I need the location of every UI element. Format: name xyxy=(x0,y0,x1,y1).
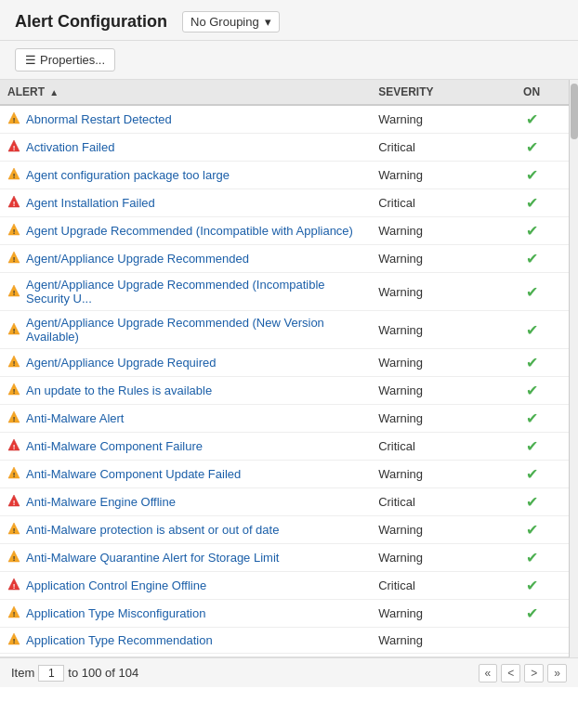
alert-cell: !An update to the Rules is available xyxy=(0,377,371,405)
checkmark-icon: ✔ xyxy=(502,493,561,511)
checkmark-icon: ✔ xyxy=(502,382,561,399)
page-number-input[interactable]: 1 xyxy=(38,665,64,682)
checkmark-icon: ✔ xyxy=(502,354,561,371)
severity-cell: Critical xyxy=(371,654,494,658)
alert-cell: !Azure AD Application Need Renew xyxy=(0,654,371,658)
svg-text:!: ! xyxy=(13,554,16,563)
last-page-button[interactable]: » xyxy=(547,664,567,682)
first-page-button[interactable]: « xyxy=(479,664,498,682)
on-cell: ✔ xyxy=(494,134,569,162)
table-row: !Anti-Malware Quarantine Alert for Stora… xyxy=(0,544,569,572)
alert-name[interactable]: Application Type Misconfiguration xyxy=(26,606,205,620)
checkmark-icon: ✔ xyxy=(502,138,561,156)
alert-name[interactable]: Anti-Malware Quarantine Alert for Storag… xyxy=(26,551,279,565)
on-cell: ✔ xyxy=(494,572,569,600)
checkmark-icon: ✔ xyxy=(502,194,561,212)
alert-name[interactable]: Agent configuration package too large xyxy=(26,168,230,182)
alert-name[interactable]: Agent/Appliance Upgrade Required xyxy=(26,356,217,370)
alert-cell: !Agent/Appliance Upgrade Recommended (Ne… xyxy=(0,311,371,349)
checkmark-icon: ✔ xyxy=(502,222,561,240)
alert-cell: !Anti-Malware Engine Offline xyxy=(0,488,371,516)
warning-yellow-icon: ! xyxy=(7,251,20,266)
checkmark-icon: ✔ xyxy=(502,604,561,622)
warning-yellow-icon: ! xyxy=(7,605,20,621)
footer: Item 1 to 100 of 104 « < > » xyxy=(0,657,578,687)
scrollbar-thumb[interactable] xyxy=(571,84,578,139)
on-cell: ✔ xyxy=(494,189,569,217)
alert-name[interactable]: Agent Installation Failed xyxy=(26,196,155,210)
toolbar: ☰ Properties... xyxy=(0,41,578,80)
on-cell: ✔ xyxy=(494,105,569,134)
alert-name[interactable]: Agent Upgrade Recommended (Incompatible … xyxy=(26,224,353,238)
severity-cell: Warning xyxy=(371,461,494,488)
severity-cell: Warning xyxy=(371,628,494,654)
alert-name[interactable]: Application Control Engine Offline xyxy=(26,578,206,592)
on-cell: ✔ xyxy=(494,516,569,544)
item-label: Item xyxy=(11,666,34,680)
sort-arrow-icon: ▲ xyxy=(49,87,59,98)
alert-name[interactable]: Activation Failed xyxy=(26,140,114,154)
svg-text:!: ! xyxy=(13,499,16,507)
severity-cell: Warning xyxy=(371,349,494,377)
table-row: !Abnormal Restart DetectedWarning✔ xyxy=(0,105,569,134)
warning-red-icon: ! xyxy=(7,494,20,510)
alert-cell: !Agent configuration package too large xyxy=(0,162,371,189)
table-row: !Anti-Malware Component FailureCritical✔ xyxy=(0,433,569,461)
svg-text:!: ! xyxy=(13,582,16,591)
properties-label: Properties... xyxy=(40,53,105,67)
page-title: Alert Configuration xyxy=(15,12,167,32)
checkmark-icon: ✔ xyxy=(502,549,561,566)
alert-name[interactable]: Application Type Recommendation xyxy=(26,633,213,647)
table-row: !Agent configuration package too largeWa… xyxy=(0,162,569,189)
alert-cell: !Agent/Appliance Upgrade Required xyxy=(0,349,371,377)
header: Alert Configuration No Grouping ▾ xyxy=(0,0,578,41)
severity-cell: Warning xyxy=(371,516,494,544)
prev-page-button[interactable]: < xyxy=(501,664,520,682)
column-header-alert[interactable]: ALERT ▲ xyxy=(0,80,371,105)
alert-name[interactable]: Anti-Malware Engine Offline xyxy=(26,495,176,509)
column-header-on[interactable]: ON xyxy=(494,80,569,105)
warning-yellow-icon: ! xyxy=(7,284,20,300)
alert-name[interactable]: Anti-Malware protection is absent or out… xyxy=(26,523,279,537)
severity-cell: Critical xyxy=(371,189,494,217)
grouping-dropdown[interactable]: No Grouping ▾ xyxy=(182,11,280,32)
next-page-button[interactable]: > xyxy=(524,664,544,682)
warning-red-icon: ! xyxy=(7,578,20,593)
alert-name[interactable]: An update to the Rules is available xyxy=(26,384,212,397)
alert-name[interactable]: Abnormal Restart Detected xyxy=(26,112,172,126)
table-row: !Agent/Appliance Upgrade Recommended (In… xyxy=(0,273,569,311)
alert-name[interactable]: Agent/Appliance Upgrade Recommended (New… xyxy=(26,316,363,344)
properties-button[interactable]: ☰ Properties... xyxy=(15,48,115,72)
table-row: !Agent/Appliance Upgrade Recommended (Ne… xyxy=(0,311,569,349)
alert-name[interactable]: Anti-Malware Component Update Failed xyxy=(26,467,241,481)
svg-text:!: ! xyxy=(13,387,16,396)
warning-yellow-icon: ! xyxy=(7,383,20,398)
svg-text:!: ! xyxy=(13,116,16,124)
on-cell xyxy=(494,654,569,658)
severity-cell: Warning xyxy=(371,273,494,311)
svg-text:!: ! xyxy=(13,228,16,236)
alert-cell: !Agent/Appliance Upgrade Recommended (In… xyxy=(0,273,371,311)
alert-name[interactable]: Anti-Malware Alert xyxy=(26,411,124,425)
checkmark-icon: ✔ xyxy=(502,166,561,184)
properties-icon: ☰ xyxy=(25,53,36,67)
table-row: !Application Type RecommendationWarning xyxy=(0,628,569,654)
severity-cell: Warning xyxy=(371,105,494,134)
checkmark-icon: ✔ xyxy=(502,521,561,539)
table-row: !Azure AD Application Need RenewCritical xyxy=(0,654,569,658)
on-cell: ✔ xyxy=(494,377,569,405)
on-cell: ✔ xyxy=(494,544,569,572)
svg-text:!: ! xyxy=(13,526,16,535)
severity-cell: Warning xyxy=(371,544,494,572)
warning-yellow-icon: ! xyxy=(7,632,20,648)
table-container: ALERT ▲ SEVERITY ON !Abnormal Restart De… xyxy=(0,80,569,657)
on-cell xyxy=(494,628,569,654)
alert-name[interactable]: Anti-Malware Component Failure xyxy=(26,439,203,453)
scrollbar-track[interactable] xyxy=(569,80,578,657)
alert-cell: !Anti-Malware Quarantine Alert for Stora… xyxy=(0,544,371,572)
alert-name[interactable]: Agent/Appliance Upgrade Recommended xyxy=(26,252,249,266)
table-row: !Agent/Appliance Upgrade RecommendedWarn… xyxy=(0,245,569,273)
alert-name[interactable]: Agent/Appliance Upgrade Recommended (Inc… xyxy=(26,278,363,306)
checkmark-icon: ✔ xyxy=(502,577,561,594)
column-header-severity[interactable]: SEVERITY xyxy=(371,80,494,105)
